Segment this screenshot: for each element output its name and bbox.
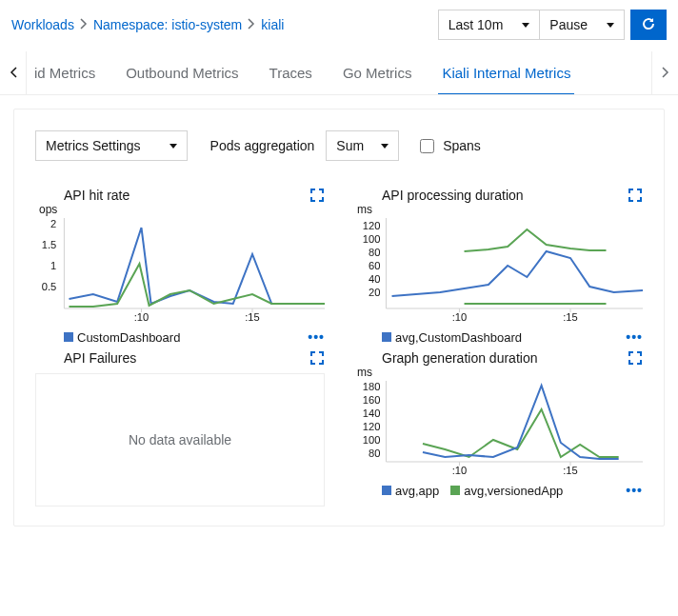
svg-text:0.5: 0.5 bbox=[42, 281, 56, 292]
chevron-right-icon bbox=[80, 17, 88, 32]
svg-text:120: 120 bbox=[363, 421, 381, 432]
chevron-right-icon bbox=[248, 17, 255, 32]
refresh-button[interactable] bbox=[630, 10, 667, 40]
chart-plot: 120 100 80 60 40 20 :10 :15 bbox=[353, 218, 643, 323]
svg-text:20: 20 bbox=[369, 287, 380, 298]
breadcrumb: Workloads Namespace: istio-system kiali bbox=[11, 17, 284, 32]
svg-text:40: 40 bbox=[369, 273, 380, 285]
chart-title: API processing duration bbox=[382, 188, 524, 203]
svg-text:140: 140 bbox=[363, 407, 381, 419]
caret-down-icon bbox=[381, 144, 389, 149]
breadcrumb-workloads[interactable]: Workloads bbox=[11, 17, 74, 32]
tabs-row: id Metrics Outbound Metrics Traces Go Me… bbox=[0, 51, 678, 95]
spans-label: Spans bbox=[443, 138, 481, 153]
top-controls: Last 10m Pause bbox=[438, 10, 667, 40]
tab-kiali-internal-metrics[interactable]: Kiali Internal Metrics bbox=[427, 51, 586, 94]
chart-title: API hit rate bbox=[64, 188, 130, 203]
chart-api-hit-rate: API hit rate ops 2 1.5 1 0.5 :10 :15 bbox=[35, 188, 325, 345]
pods-aggregation-dropdown[interactable]: Sum bbox=[326, 130, 399, 161]
legend-swatch-icon bbox=[382, 486, 391, 495]
chart-plot: 2 1.5 1 0.5 :10 :15 bbox=[35, 218, 325, 323]
svg-text:80: 80 bbox=[369, 247, 380, 258]
legend-label: CustomDashboard bbox=[77, 330, 180, 345]
y-unit: ops bbox=[39, 203, 325, 216]
pods-aggregation-value: Sum bbox=[336, 138, 364, 153]
pods-aggregation-label: Pods aggregation bbox=[210, 138, 315, 153]
svg-text:80: 80 bbox=[369, 447, 380, 459]
tab-go-metrics[interactable]: Go Metrics bbox=[328, 51, 428, 94]
refresh-mode-value: Pause bbox=[549, 17, 588, 32]
legend-item[interactable]: avg,versionedApp bbox=[450, 484, 563, 498]
chart-menu-button[interactable]: ••• bbox=[308, 329, 325, 345]
chart-api-processing-duration: API processing duration ms 120 100 80 60… bbox=[353, 188, 643, 345]
legend-item[interactable]: CustomDashboard bbox=[64, 330, 180, 345]
expand-icon[interactable] bbox=[309, 350, 325, 366]
chart-title: API Failures bbox=[64, 350, 136, 366]
spans-checkbox-input[interactable] bbox=[420, 139, 434, 153]
svg-text::15: :15 bbox=[245, 311, 259, 323]
chart-title: Graph generation duration bbox=[382, 350, 537, 366]
legend-item[interactable]: avg,CustomDashboard bbox=[382, 330, 522, 345]
legend-item[interactable]: avg,app bbox=[382, 484, 439, 498]
y-unit: ms bbox=[357, 203, 643, 216]
legend-swatch-icon bbox=[450, 486, 460, 495]
expand-icon[interactable] bbox=[628, 188, 643, 203]
metrics-settings-label: Metrics Settings bbox=[46, 138, 141, 153]
legend-swatch-icon bbox=[64, 332, 73, 342]
caret-down-icon bbox=[522, 23, 529, 28]
tab-inbound-metrics[interactable]: id Metrics bbox=[27, 51, 110, 94]
caret-down-icon bbox=[170, 144, 177, 149]
svg-text:1.5: 1.5 bbox=[42, 239, 56, 250]
chart-menu-button[interactable]: ••• bbox=[626, 329, 643, 345]
legend-label: avg,versionedApp bbox=[464, 484, 563, 498]
svg-text::10: :10 bbox=[452, 465, 467, 476]
svg-text:60: 60 bbox=[369, 260, 380, 271]
expand-icon[interactable] bbox=[628, 350, 643, 366]
refresh-icon bbox=[641, 16, 656, 34]
settings-row: Metrics Settings Pods aggregation Sum Sp… bbox=[35, 130, 643, 161]
chevron-left-icon bbox=[10, 66, 17, 81]
time-range-dropdown[interactable]: Last 10m bbox=[438, 10, 541, 40]
caret-down-icon bbox=[607, 23, 614, 28]
breadcrumb-item[interactable]: kiali bbox=[261, 17, 284, 32]
chart-api-failures: API Failures No data available bbox=[35, 350, 325, 507]
chart-graph-generation-duration: Graph generation duration ms 180 160 140… bbox=[353, 350, 643, 507]
chart-menu-button[interactable]: ••• bbox=[626, 483, 643, 498]
legend-label: avg,app bbox=[395, 484, 439, 498]
svg-text::10: :10 bbox=[452, 311, 467, 323]
tab-scroll-left[interactable] bbox=[0, 51, 27, 94]
breadcrumb-namespace[interactable]: Namespace: istio-system bbox=[93, 17, 242, 32]
svg-text::15: :15 bbox=[563, 465, 577, 476]
spans-checkbox[interactable]: Spans bbox=[416, 136, 481, 156]
expand-icon[interactable] bbox=[309, 188, 325, 203]
svg-text:180: 180 bbox=[363, 381, 381, 392]
y-unit: ms bbox=[357, 366, 643, 379]
svg-text:100: 100 bbox=[363, 434, 381, 446]
chart-plot: 180 160 140 120 100 80 :10 :15 bbox=[353, 381, 643, 476]
tabs: id Metrics Outbound Metrics Traces Go Me… bbox=[27, 51, 651, 94]
svg-text::10: :10 bbox=[134, 311, 149, 323]
svg-text:2: 2 bbox=[50, 218, 56, 229]
metrics-card: Metrics Settings Pods aggregation Sum Sp… bbox=[13, 109, 665, 527]
tab-outbound-metrics[interactable]: Outbound Metrics bbox=[110, 51, 253, 94]
metrics-settings-dropdown[interactable]: Metrics Settings bbox=[35, 130, 188, 161]
chevron-right-icon bbox=[662, 66, 669, 81]
time-range-value: Last 10m bbox=[449, 17, 504, 32]
svg-text::15: :15 bbox=[563, 311, 577, 323]
tab-scroll-right[interactable] bbox=[651, 51, 678, 94]
tab-traces[interactable]: Traces bbox=[254, 51, 328, 94]
legend-label: avg,CustomDashboard bbox=[395, 330, 522, 345]
svg-text:160: 160 bbox=[363, 394, 381, 406]
legend-swatch-icon bbox=[382, 332, 391, 342]
refresh-mode-dropdown[interactable]: Pause bbox=[540, 10, 625, 40]
no-data-message: No data available bbox=[35, 373, 325, 507]
svg-text:100: 100 bbox=[363, 233, 381, 245]
svg-text:1: 1 bbox=[50, 260, 56, 271]
svg-text:120: 120 bbox=[363, 220, 381, 231]
